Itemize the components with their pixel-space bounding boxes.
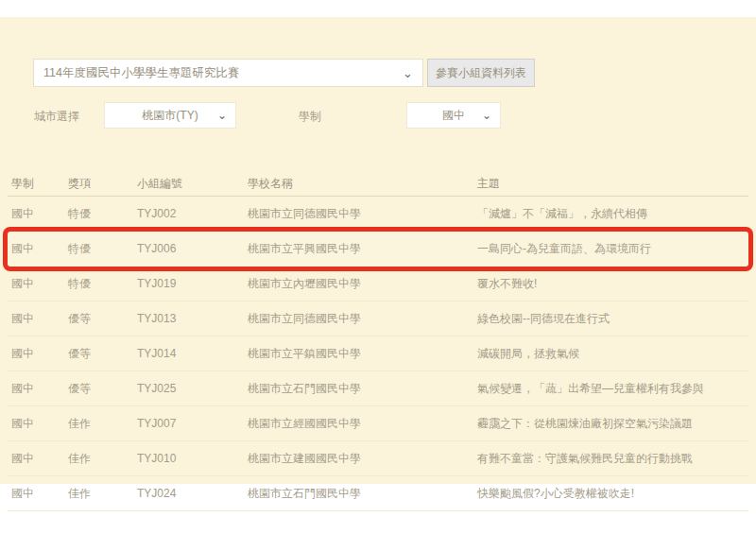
cell-award: 佳作 [68, 416, 91, 432]
cell-topic: 綠色校園--同德現在進行式 [477, 311, 610, 327]
cell-topic: 減碳開局，拯救氣候 [477, 346, 579, 362]
cell-topic: 覆水不難收! [477, 276, 537, 292]
cell-topic: 有難不童當：守護氣候難民兒童的行動挑戰 [477, 451, 693, 467]
chevron-down-icon: ⌄ [217, 109, 227, 122]
city-select-value: 桃園市(TY) [142, 108, 198, 124]
city-filter-label: 城市選擇 [34, 109, 79, 125]
cell-group-id: TYJ010 [137, 452, 176, 465]
cell-group-id: TYJ007 [137, 417, 176, 430]
level-select-value: 國中 [442, 108, 465, 124]
competition-select-value: 114年度國民中小學學生專題研究比賽 [43, 65, 239, 81]
table-header-row: 學制 獎項 小組編號 學校名稱 主題 [8, 171, 748, 197]
table-row[interactable]: 國中 優等 TYJ025 桃園市立石門國民中學 氣候變遷，「蔬」出希望—兒童權利… [8, 371, 748, 406]
table-row[interactable]: 國中 優等 TYJ014 桃園市立平鎮國民中學 減碳開局，拯救氣候 [8, 336, 748, 371]
table-row[interactable]: 國中 佳作 TYJ024 桃園市立石門國民中學 快樂颱風假?小心受教權被吹走! [8, 476, 748, 511]
cell-school: 桃園市立平鎮國民中學 [248, 346, 361, 362]
cell-topic: 氣候變遷，「蔬」出希望—兒童權利有我參與 [477, 381, 704, 397]
cell-award: 特優 [68, 276, 91, 292]
cell-school: 桃園市立經國國民中學 [248, 416, 361, 432]
column-header-school: 學校名稱 [248, 176, 293, 192]
cell-topic: 霾靄之下：從桃園煉油廠初探空氣污染議題 [477, 416, 693, 432]
column-header-level: 學制 [11, 176, 34, 192]
column-header-topic: 主題 [477, 176, 500, 192]
cell-award: 佳作 [68, 451, 91, 467]
table-row[interactable]: 國中 佳作 TYJ007 桃園市立經國國民中學 霾靄之下：從桃園煉油廠初探空氣污… [8, 406, 748, 441]
cell-level: 國中 [11, 381, 34, 397]
cell-award: 佳作 [68, 486, 91, 502]
cell-group-id: TYJ002 [137, 207, 176, 220]
table-row[interactable]: 國中 特優 TYJ006 桃園市立平興國民中學 一島同心-為兒童而語、為環境而行 [8, 232, 748, 267]
cell-level: 國中 [11, 416, 34, 432]
cell-group-id: TYJ013 [137, 312, 176, 325]
cell-level: 國中 [11, 451, 34, 467]
cell-topic: 「減爐」不「減福」，永續代相傳 [477, 206, 647, 222]
cell-level: 國中 [11, 311, 34, 327]
cell-school: 桃園市立內壢國民中學 [248, 276, 361, 292]
cell-group-id: TYJ014 [137, 347, 176, 360]
cell-school: 桃園市立建國國民中學 [248, 451, 361, 467]
cell-award: 優等 [68, 311, 91, 327]
column-header-group-id: 小組編號 [137, 176, 182, 192]
cell-group-id: TYJ006 [137, 242, 176, 255]
level-select[interactable]: 國中 ⌄ [406, 102, 501, 129]
cell-school: 桃園市立平興國民中學 [248, 241, 361, 257]
cell-topic: 一島同心-為兒童而語、為環境而行 [477, 241, 651, 257]
cell-award: 優等 [68, 346, 91, 362]
chevron-down-icon: ⌄ [482, 109, 491, 122]
cell-level: 國中 [11, 276, 34, 292]
group-list-button[interactable]: 參賽小組資料列表 [427, 59, 535, 87]
cell-level: 國中 [11, 241, 34, 257]
table-body: 國中 特優 TYJ002 桃園市立同德國民中學 「減爐」不「減福」，永續代相傳 … [8, 197, 748, 511]
cell-group-id: TYJ019 [137, 277, 176, 290]
results-table: 學制 獎項 小組編號 學校名稱 主題 國中 特優 TYJ002 桃園市立同德國民… [8, 171, 748, 511]
city-select[interactable]: 桃園市(TY) ⌄ [104, 102, 236, 129]
cell-award: 特優 [68, 241, 91, 257]
chevron-down-icon: ⌄ [403, 67, 413, 79]
cell-topic: 快樂颱風假?小心受教權被吹走! [477, 486, 634, 502]
cell-level: 國中 [11, 346, 34, 362]
table-row[interactable]: 國中 特優 TYJ002 桃園市立同德國民中學 「減爐」不「減福」，永續代相傳 [8, 197, 748, 232]
cell-school: 桃園市立同德國民中學 [248, 206, 361, 222]
cell-level: 國中 [11, 206, 34, 222]
cell-level: 國中 [11, 486, 34, 502]
cell-award: 特優 [68, 206, 91, 222]
competition-select[interactable]: 114年度國民中小學學生專題研究比賽 ⌄ [33, 59, 423, 87]
cell-group-id: TYJ025 [137, 382, 176, 395]
cell-school: 桃園市立同德國民中學 [248, 311, 361, 327]
table-row[interactable]: 國中 優等 TYJ013 桃園市立同德國民中學 綠色校園--同德現在進行式 [8, 301, 748, 336]
cell-school: 桃園市立石門國民中學 [248, 381, 361, 397]
column-header-award: 獎項 [68, 176, 91, 192]
table-row[interactable]: 國中 特優 TYJ019 桃園市立內壢國民中學 覆水不難收! [8, 267, 748, 301]
cell-award: 優等 [68, 381, 91, 397]
cell-group-id: TYJ024 [137, 487, 176, 500]
cell-school: 桃園市立石門國民中學 [248, 486, 361, 502]
table-row[interactable]: 國中 佳作 TYJ010 桃園市立建國國民中學 有難不童當：守護氣候難民兒童的行… [8, 441, 748, 476]
level-filter-label: 學制 [299, 109, 321, 125]
